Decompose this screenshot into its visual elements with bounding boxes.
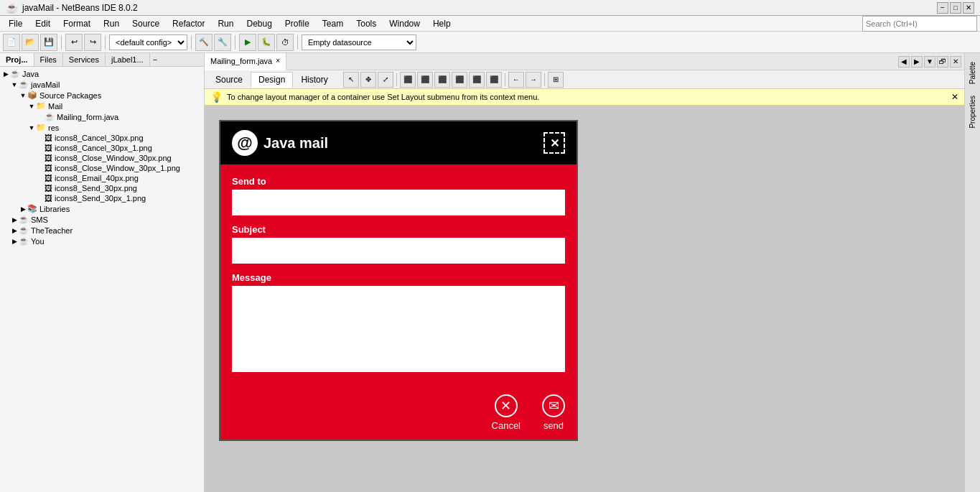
menu-source[interactable]: Source xyxy=(126,17,165,30)
tree-item-res[interactable]: ▼ 📁 res xyxy=(1,122,202,133)
tree-item-send2[interactable]: 🖼 icons8_Send_30px_1.png xyxy=(1,193,202,203)
tree-item-cancel2[interactable]: 🖼 icons8_Cancel_30px_1.png xyxy=(1,143,202,153)
tree-item-close1[interactable]: 🖼 icons8_Close_Window_30px.png xyxy=(1,153,202,163)
expand-you[interactable]: ▶ xyxy=(10,238,19,245)
redo-button[interactable]: ↪ xyxy=(84,34,101,51)
mail-folder-icon: 📁 xyxy=(36,101,46,111)
save-button[interactable]: 💾 xyxy=(40,34,57,51)
subject-input[interactable] xyxy=(232,238,565,264)
tree-item-close2[interactable]: 🖼 icons8_Close_Window_30px_1.png xyxy=(1,163,202,173)
expand-sms[interactable]: ▶ xyxy=(10,216,19,223)
new-button[interactable]: 📄 xyxy=(3,34,20,51)
select-tool[interactable]: ↖ xyxy=(343,72,359,88)
close-button[interactable]: ✕ xyxy=(963,2,974,14)
send-button[interactable]: ✉ send xyxy=(542,394,565,431)
tree-item-you[interactable]: ▶ ☕ You xyxy=(1,236,202,246)
menu-file[interactable]: File xyxy=(3,17,28,30)
align-left[interactable]: ⬛ xyxy=(400,72,416,88)
expand-res[interactable]: ▼ xyxy=(27,124,36,131)
maximize-button[interactable]: □ xyxy=(950,2,961,14)
sidebar-collapse-button[interactable]: − xyxy=(150,53,160,66)
sidebar-tab-projects[interactable]: Proj... xyxy=(0,53,34,66)
menu-profile[interactable]: Profile xyxy=(279,17,315,30)
tab-history[interactable]: History xyxy=(293,72,335,88)
tree-item-send1[interactable]: 🖼 icons8_Send_30px.png xyxy=(1,183,202,193)
tree-item-sms[interactable]: ▶ ☕ SMS xyxy=(1,214,202,225)
menu-tools[interactable]: Tools xyxy=(350,17,382,30)
search-input[interactable] xyxy=(862,16,977,32)
expand-java[interactable]: ▶ xyxy=(1,70,10,78)
resize-tool[interactable]: ⤢ xyxy=(378,72,393,88)
debug-button[interactable]: 🐛 xyxy=(258,34,275,51)
datasource-select[interactable]: Empty datasource xyxy=(302,34,416,50)
title-bar: ☕ javaMail - NetBeans IDE 8.0.2 − □ ✕ xyxy=(0,0,980,16)
menu-help[interactable]: Help xyxy=(427,17,457,30)
grid-btn[interactable]: ⊞ xyxy=(548,72,564,88)
menu-format[interactable]: Format xyxy=(57,17,96,30)
menu-debug[interactable]: Debug xyxy=(241,17,277,30)
expand-mail[interactable]: ▼ xyxy=(27,103,36,110)
undo-button[interactable]: ↩ xyxy=(65,34,83,51)
properties-label[interactable]: Properties xyxy=(966,90,979,134)
align-center[interactable]: ⬛ xyxy=(417,72,433,88)
tree-item-javamail[interactable]: ▼ ☕ javaMail xyxy=(1,79,202,90)
minimize-button[interactable]: − xyxy=(937,2,948,14)
tab-design[interactable]: Design xyxy=(251,72,293,88)
editor-area: Mailing_form.java × ◀ ▶ ▼ 🗗 ✕ Source Des… xyxy=(205,53,964,492)
jmail-close-button[interactable]: ✕ xyxy=(543,132,565,154)
design-toolbar: ↖ ✥ ⤢ ⬛ ⬛ ⬛ ⬛ ⬛ ⬛ ← → ⊞ xyxy=(343,72,564,88)
align-mid[interactable]: ⬛ xyxy=(469,72,485,88)
tree-label-mailing-form: Mailing_form.java xyxy=(57,113,118,121)
open-button[interactable]: 📂 xyxy=(22,34,39,51)
tab-prev-button[interactable]: ◀ xyxy=(898,56,910,68)
expand-teacher[interactable]: ▶ xyxy=(10,227,19,234)
editor-tab-close[interactable]: × xyxy=(276,57,280,65)
clean-build-button[interactable]: 🔨 xyxy=(195,34,213,51)
menu-run[interactable]: Run xyxy=(98,17,125,30)
config-select[interactable]: <default config> xyxy=(109,34,187,50)
tab-next-button[interactable]: ▶ xyxy=(911,56,923,68)
tab-source[interactable]: Source xyxy=(207,72,251,88)
sidebar-tab-files[interactable]: Files xyxy=(34,53,63,66)
sidebar-tab-label[interactable]: jLabel1... xyxy=(106,53,150,66)
palette-label[interactable]: Palette xyxy=(966,56,979,90)
expand-libraries[interactable]: ▶ xyxy=(19,205,27,213)
tree-item-mailing-form[interactable]: ☕ Mailing_form.java xyxy=(1,111,202,122)
tab-list-button[interactable]: ▼ xyxy=(924,56,935,68)
tree-item-cancel1[interactable]: 🖼 icons8_Cancel_30px.png xyxy=(1,133,202,143)
cancel-button[interactable]: ✕ Cancel xyxy=(492,394,521,431)
menu-refactor[interactable]: Refactor xyxy=(167,17,210,30)
hint-close-button[interactable]: ✕ xyxy=(951,92,958,102)
tree-item-java[interactable]: ▶ ☕ Java xyxy=(1,68,202,79)
sidebar-tabs: Proj... Files Services jLabel1... − xyxy=(0,53,204,67)
menu-run2[interactable]: Run xyxy=(212,17,239,30)
align-bottom[interactable]: ⬛ xyxy=(486,72,502,88)
align-top[interactable]: ⬛ xyxy=(452,72,467,88)
send-to-input[interactable] xyxy=(232,190,565,215)
menu-edit[interactable]: Edit xyxy=(29,17,56,30)
move-tool[interactable]: ✥ xyxy=(360,72,376,88)
nav-forward[interactable]: → xyxy=(526,72,541,88)
tree-item-teacher[interactable]: ▶ ☕ TheTeacher xyxy=(1,225,202,236)
restore-button[interactable]: 🗗 xyxy=(937,56,948,68)
run-button[interactable]: ▶ xyxy=(239,34,256,51)
hint-icon: 💡 xyxy=(210,91,223,103)
menu-team[interactable]: Team xyxy=(317,17,349,30)
tree-item-mail[interactable]: ▼ 📁 Mail xyxy=(1,101,202,111)
message-textarea[interactable] xyxy=(232,286,565,372)
build-button[interactable]: 🔧 xyxy=(214,34,231,51)
align-right[interactable]: ⬛ xyxy=(434,72,450,88)
menu-window[interactable]: Window xyxy=(383,17,426,30)
editor-tab-mailing-form[interactable]: Mailing_form.java × xyxy=(205,53,286,70)
expand-source-packages[interactable]: ▼ xyxy=(19,92,27,99)
nav-back[interactable]: ← xyxy=(508,72,524,88)
profile-button[interactable]: ⏱ xyxy=(276,34,294,51)
tree-item-email[interactable]: 🖼 icons8_Email_40px.png xyxy=(1,173,202,183)
expand-javamail[interactable]: ▼ xyxy=(10,81,19,88)
tree-item-libraries[interactable]: ▶ 📚 Libraries xyxy=(1,203,202,214)
hint-bar: 💡 To change layout manager of a containe… xyxy=(205,89,964,106)
toolbar-sep1 xyxy=(61,35,62,50)
tree-item-source-packages[interactable]: ▼ 📦 Source Packages xyxy=(1,90,202,101)
close-all-button[interactable]: ✕ xyxy=(950,56,961,68)
sidebar-tab-services[interactable]: Services xyxy=(63,53,106,66)
